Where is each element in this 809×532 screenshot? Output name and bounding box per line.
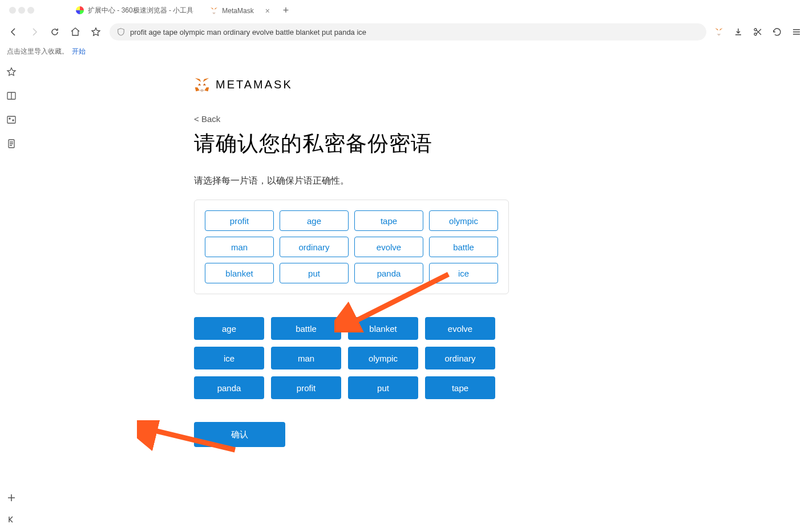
address-bar[interactable]: profit age tape olympic man ordinary evo…	[110, 23, 706, 40]
selected-word-chip[interactable]: panda	[354, 263, 423, 283]
selected-word-chip[interactable]: man	[205, 237, 274, 257]
bank-word-chip[interactable]: panda	[194, 376, 264, 399]
selected-word-chip[interactable]: age	[280, 210, 349, 231]
selected-word-chip[interactable]: olympic	[429, 210, 498, 231]
bank-word-chip[interactable]: olympic	[348, 347, 418, 369]
svg-point-0	[754, 33, 757, 35]
book-icon[interactable]	[6, 90, 17, 101]
forward-button[interactable]	[27, 25, 41, 39]
bank-word-chip[interactable]: ordinary	[425, 347, 495, 369]
metamask-extension-icon[interactable]	[713, 26, 725, 38]
new-tab-button[interactable]: +	[279, 3, 293, 17]
selected-word-chip[interactable]: evolve	[354, 237, 423, 257]
bank-word-chip[interactable]: battle	[271, 317, 341, 340]
picture-icon[interactable]	[6, 114, 17, 125]
page-subtitle: 请选择每一片语，以确保片语正确性。	[194, 175, 809, 187]
logo-row: METAMASK	[194, 76, 809, 92]
tab-strip: 扩展中心 - 360极速浏览器 - 小工具 MetaMask × +	[68, 0, 804, 21]
document-icon[interactable]	[6, 138, 17, 149]
bank-word-chip[interactable]: ice	[194, 347, 264, 369]
undo-icon[interactable]	[771, 26, 783, 38]
selected-word-chip[interactable]: profit	[205, 210, 274, 231]
bank-word-chip[interactable]: age	[194, 317, 264, 340]
metamask-fox-icon	[194, 76, 210, 92]
shield-icon	[116, 27, 126, 36]
bookmarks-start-link[interactable]: 开始	[72, 47, 86, 56]
bank-word-chip[interactable]: blanket	[348, 317, 418, 340]
tab-title: MetaMask	[222, 7, 253, 15]
scissors-icon[interactable]	[752, 26, 763, 38]
svg-point-1	[754, 29, 757, 31]
bank-word-chip[interactable]: put	[348, 376, 418, 399]
selected-word-chip[interactable]: ordinary	[280, 237, 349, 257]
selected-word-chip[interactable]: tape	[354, 210, 423, 231]
back-button[interactable]	[7, 25, 21, 39]
page-title: 请确认您的私密备份密语	[194, 129, 809, 158]
tab-360-extensions[interactable]: 扩展中心 - 360极速浏览器 - 小工具	[68, 2, 200, 19]
window-minimize[interactable]	[18, 7, 25, 14]
star-icon[interactable]	[6, 66, 17, 78]
collapse-sidebar-icon[interactable]	[6, 514, 17, 525]
window-close[interactable]	[9, 7, 16, 14]
tab-metamask[interactable]: MetaMask ×	[203, 2, 277, 19]
confirm-button[interactable]: 确认	[194, 422, 285, 447]
selected-word-chip[interactable]: battle	[429, 237, 498, 257]
360-icon	[75, 6, 84, 15]
window-controls	[9, 7, 34, 14]
menu-icon[interactable]	[791, 26, 802, 38]
bank-word-chip[interactable]: man	[271, 347, 341, 369]
selected-word-chip[interactable]: blanket	[205, 263, 274, 283]
bookmarks-hint: 点击这里导入收藏。	[7, 47, 68, 56]
toolbar-right	[713, 26, 802, 38]
metamask-fox-icon	[209, 6, 219, 15]
selected-word-chip[interactable]: ice	[429, 263, 498, 283]
favorites-star-icon[interactable]	[89, 25, 103, 39]
bank-word-chip[interactable]: evolve	[425, 317, 495, 340]
download-icon[interactable]	[733, 26, 744, 38]
svg-point-4	[9, 118, 10, 119]
bank-word-chip[interactable]: tape	[425, 376, 495, 399]
page-content: METAMASK < Back 请确认您的私密备份密语 请选择每一片语，以确保片…	[23, 59, 809, 532]
svg-rect-3	[7, 116, 15, 123]
window-titlebar: 扩展中心 - 360极速浏览器 - 小工具 MetaMask × +	[0, 0, 809, 21]
left-sidebar	[0, 59, 23, 532]
tab-close-icon[interactable]: ×	[265, 6, 270, 15]
reload-button[interactable]	[48, 25, 62, 39]
logo-text: METAMASK	[216, 78, 293, 91]
main-area: METAMASK < Back 请确认您的私密备份密语 请选择每一片语，以确保片…	[0, 59, 809, 532]
selected-words-box: profitagetapeolympicmanordinaryevolvebat…	[194, 200, 509, 294]
toolbar: profit age tape olympic man ordinary evo…	[0, 21, 809, 43]
word-bank: agebattleblanketevolveicemanolympicordin…	[194, 317, 495, 399]
window-maximize[interactable]	[27, 7, 34, 14]
address-text: profit age tape olympic man ordinary evo…	[130, 28, 366, 36]
tab-title: 扩展中心 - 360极速浏览器 - 小工具	[88, 6, 193, 15]
back-link[interactable]: < Back	[194, 114, 220, 124]
svg-point-5	[13, 120, 14, 121]
bookmarks-bar: 点击这里导入收藏。 开始	[0, 43, 809, 59]
home-button[interactable]	[68, 25, 82, 39]
add-icon[interactable]	[6, 492, 17, 503]
bank-word-chip[interactable]: profit	[271, 376, 341, 399]
selected-word-chip[interactable]: put	[280, 263, 349, 283]
